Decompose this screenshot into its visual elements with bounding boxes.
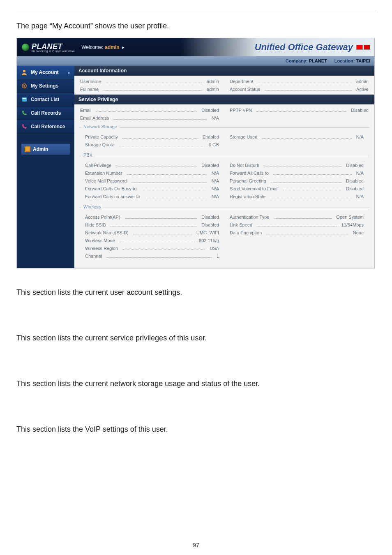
info-row: Wireless Mode802.11b/g xyxy=(85,236,219,244)
location-info: Location: TAIPEI xyxy=(334,58,370,63)
field-label: Access Point(AP) xyxy=(85,215,120,220)
reference-icon xyxy=(21,123,28,130)
field-label: Registration State xyxy=(230,194,265,199)
section-header-service-privilege: Service Privilege xyxy=(74,95,374,104)
info-row: Data EncryptionNone xyxy=(230,229,364,236)
info-row: Forward Calls On Busy toN/A xyxy=(85,185,219,192)
info-row: Authentication TypeOpen System xyxy=(230,213,364,221)
field-value: N/A xyxy=(356,134,364,139)
language-flags[interactable] xyxy=(356,45,370,50)
field-value: Disabled xyxy=(201,222,219,227)
admin-icon xyxy=(25,146,30,152)
network-storage-grid: Private CapacityEnabledStorage UsedN/ASt… xyxy=(79,131,369,150)
content-area: Account Information UsernameadminDepartm… xyxy=(74,66,374,268)
info-row: Email AddressN/A xyxy=(80,114,219,122)
location-value: TAIPEI xyxy=(356,58,370,63)
brand-logo: PLANET Networking & Communication xyxy=(17,38,80,56)
field-value: 11/54Mbps xyxy=(341,222,364,227)
info-row: Voice Mail PasswordN/A xyxy=(85,177,219,185)
intro-text: The page “My Account” shows the user pro… xyxy=(16,22,376,30)
field-label: Storage Used xyxy=(230,134,257,139)
info-row: Personal GreetingDisabled xyxy=(230,177,364,185)
info-row: Private CapacityEnabled xyxy=(85,133,219,141)
welcome-label: Welcome: admin ▸ xyxy=(80,38,124,56)
company-value: PLANET xyxy=(309,58,327,63)
field-label: Extension Number xyxy=(85,171,122,176)
app-header: PLANET Networking & Communication Welcom… xyxy=(17,38,374,56)
flag-icon[interactable] xyxy=(356,45,363,50)
info-row: Registration StateN/A xyxy=(230,192,364,200)
field-label: Link Speed xyxy=(230,222,252,227)
sidebar-item-my-settings[interactable]: My Settings xyxy=(17,79,74,93)
info-bar: Company: PLANET Location: TAIPEI xyxy=(17,56,374,66)
flag-icon[interactable] xyxy=(364,45,370,50)
info-row: Access Point(AP)Disabled xyxy=(85,213,219,221)
sidebar: My Account ▸ My Settings Contact List xyxy=(17,66,74,268)
welcome-user: admin xyxy=(105,44,119,50)
field-value: None xyxy=(353,230,364,235)
field-label: Network Name(SSID) xyxy=(85,230,129,235)
sidebar-item-call-records[interactable]: Call Records xyxy=(17,106,74,120)
field-value: Active xyxy=(356,87,369,92)
field-value: admin xyxy=(207,87,219,92)
field-label: Send Voicemail to Email xyxy=(230,186,279,191)
field-value: admin xyxy=(356,79,369,84)
brand-name: PLANET xyxy=(32,42,62,51)
field-value: N/A xyxy=(212,186,219,191)
sidebar-admin-button[interactable]: Admin xyxy=(21,143,70,155)
field-label: Do Not Disturb xyxy=(230,163,259,168)
body-paragraph: This section lists the current user acco… xyxy=(16,288,376,297)
field-value: 0 GB xyxy=(209,142,219,147)
fieldset-legend: PBX xyxy=(81,153,95,157)
fieldset-legend: Network Storage xyxy=(81,124,120,129)
field-value: Disabled xyxy=(346,178,364,183)
field-label: Personal Greeting xyxy=(230,178,266,183)
sidebar-item-call-reference[interactable]: Call Reference xyxy=(17,120,74,134)
info-row: Forward All Calls toN/A xyxy=(230,169,364,177)
sidebar-item-label: Call Reference xyxy=(31,124,65,130)
info-row xyxy=(230,141,364,148)
welcome-text: Welcome: xyxy=(81,44,103,50)
fieldset-pbx: PBX Call PrivilegeDisabledDo Not Disturb… xyxy=(79,156,369,202)
page-divider xyxy=(16,10,376,10)
info-row: Account StatusActive xyxy=(230,85,369,93)
field-label: Storage Quota xyxy=(85,142,115,147)
phone-icon xyxy=(21,110,28,116)
brand-subtitle: Networking & Communication xyxy=(32,50,75,53)
field-value: N/A xyxy=(212,116,219,120)
dropdown-icon[interactable]: ▸ xyxy=(122,44,125,50)
field-value: USA xyxy=(210,246,219,251)
field-label: Call Privilege xyxy=(85,163,111,168)
info-row: Network Name(SSID)UMG_WIFI xyxy=(85,229,219,236)
info-row: Send Voicemail to EmailDisabled xyxy=(230,185,364,192)
company-label: Company: xyxy=(286,58,308,63)
company-info: Company: PLANET xyxy=(286,58,327,63)
field-value: Disabled xyxy=(201,163,219,168)
sidebar-item-my-account[interactable]: My Account ▸ xyxy=(17,66,74,79)
field-label: Voice Mail Password xyxy=(85,178,127,183)
sidebar-item-contact-list[interactable]: Contact List xyxy=(17,93,74,106)
field-value: Disabled xyxy=(351,108,369,113)
field-value: Disabled xyxy=(201,215,219,220)
field-value: admin xyxy=(207,79,219,84)
svg-rect-3 xyxy=(22,97,27,102)
info-row: Call PrivilegeDisabled xyxy=(85,161,219,169)
info-row: Hide SSIDDisabled xyxy=(85,221,219,229)
info-row xyxy=(230,252,364,260)
info-row: Channel1 xyxy=(85,252,219,260)
document-page: The page “My Account” shows the user pro… xyxy=(0,0,392,555)
field-value: N/A xyxy=(356,194,364,199)
field-label: Wireless Mode xyxy=(85,238,115,243)
field-label: Forward All Calls to xyxy=(230,171,269,176)
fieldset-network-storage: Network Storage Private CapacityEnabledS… xyxy=(79,127,369,150)
info-row: Forward Calls no answer toN/A xyxy=(85,192,219,200)
info-row: Extension NumberN/A xyxy=(85,169,219,177)
chevron-right-icon: ▸ xyxy=(68,70,70,75)
field-label: Account Status xyxy=(230,87,260,92)
svg-point-0 xyxy=(23,70,25,72)
field-value: 1 xyxy=(217,254,219,259)
field-value: N/A xyxy=(212,194,219,199)
field-label: Username xyxy=(80,79,101,84)
field-value: Open System xyxy=(336,215,364,220)
body-paragraph: This section lists the VoIP settings of … xyxy=(16,425,376,434)
